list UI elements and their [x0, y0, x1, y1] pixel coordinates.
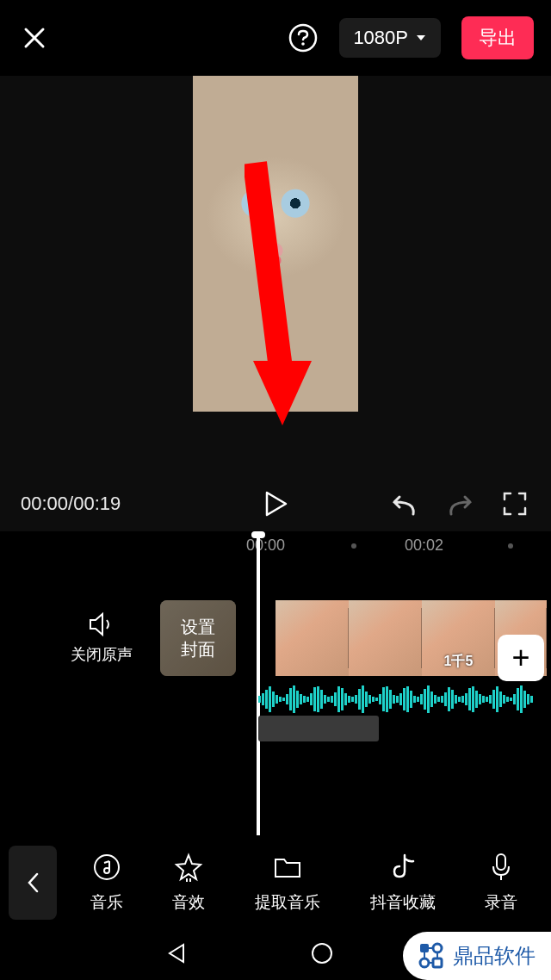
nav-home[interactable]: [310, 941, 334, 969]
tool-music[interactable]: 音乐: [90, 852, 123, 914]
music-icon: [91, 852, 122, 883]
svg-rect-5: [420, 944, 429, 952]
mic-icon: [486, 852, 517, 883]
bottom-toolbar: 音乐 音效 提取音乐 抖音收藏 录音: [0, 835, 551, 930]
douyin-icon: [387, 852, 418, 883]
resolution-label: 1080P: [353, 27, 408, 49]
add-clip-button[interactable]: +: [498, 635, 544, 681]
clip-thumbnail[interactable]: 1千5: [422, 600, 495, 676]
tool-douyin[interactable]: 抖音收藏: [370, 852, 436, 914]
export-button[interactable]: 导出: [461, 16, 534, 59]
svg-rect-3: [497, 854, 505, 870]
speaker-icon: [71, 611, 133, 637]
folder-icon: [272, 852, 303, 883]
star-icon: [173, 852, 204, 883]
redo-button[interactable]: [444, 488, 475, 519]
svg-point-6: [433, 944, 442, 952]
resolution-selector[interactable]: 1080P: [339, 18, 441, 58]
ruler-tick-1: 00:02: [405, 537, 443, 555]
back-button[interactable]: [9, 846, 57, 920]
svg-point-1: [302, 42, 306, 46]
video-preview[interactable]: [0, 76, 551, 476]
help-icon[interactable]: [284, 19, 322, 57]
ruler-dot: [508, 543, 513, 549]
playback-controls: 00:00/00:19: [0, 476, 551, 531]
tool-sfx[interactable]: 音效: [172, 852, 205, 914]
ruler-tick-0: 00:00: [246, 537, 285, 555]
mute-label: 关闭原声: [71, 644, 133, 665]
clip-thumbnail[interactable]: [349, 600, 422, 676]
undo-button[interactable]: [389, 488, 420, 519]
ruler-dot: [351, 543, 356, 549]
clip-thumbnail[interactable]: [276, 600, 349, 676]
timeline-ruler[interactable]: 00:00 00:02: [0, 531, 551, 566]
time-display: 00:00/00:19: [21, 493, 121, 515]
muted-audio-segment[interactable]: [258, 716, 379, 741]
fullscreen-button[interactable]: [499, 488, 530, 519]
video-frame-content: [193, 76, 358, 412]
tool-extract[interactable]: 提取音乐: [255, 852, 320, 914]
nav-back[interactable]: [164, 941, 189, 969]
tool-record[interactable]: 录音: [485, 852, 517, 914]
audio-waveform[interactable]: [258, 685, 551, 714]
svg-rect-8: [433, 958, 442, 967]
timeline[interactable]: 关闭原声 设置 封面 1千5 +: [0, 566, 551, 876]
svg-point-4: [313, 944, 331, 963]
play-button[interactable]: [258, 487, 293, 521]
watermark: 鼎品软件: [403, 932, 551, 980]
close-button[interactable]: [17, 21, 52, 55]
mute-original-button[interactable]: 关闭原声: [71, 611, 133, 665]
svg-point-7: [420, 958, 429, 967]
set-cover-button[interactable]: 设置 封面: [160, 600, 236, 676]
watermark-logo: [415, 940, 446, 971]
